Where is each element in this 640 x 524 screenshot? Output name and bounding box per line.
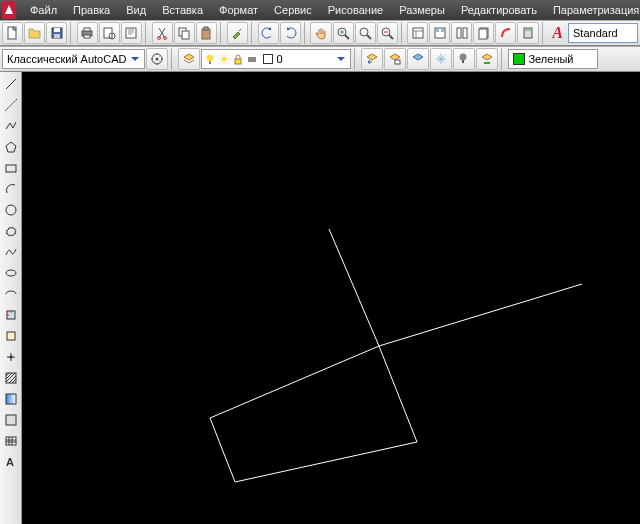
- menu-bar: Файл Правка Вид Вставка Формат Сервис Ри…: [0, 0, 640, 20]
- svg-rect-26: [479, 29, 487, 39]
- svg-rect-36: [249, 55, 255, 57]
- rectangle-tool[interactable]: [1, 158, 21, 178]
- point-tool[interactable]: [1, 347, 21, 367]
- paste-button[interactable]: [196, 22, 217, 44]
- zoom-window-button[interactable]: [355, 22, 376, 44]
- menu-modify[interactable]: Редактировать: [453, 2, 545, 18]
- pan-button[interactable]: [310, 22, 331, 44]
- undo-button[interactable]: [258, 22, 279, 44]
- menu-draw[interactable]: Рисование: [320, 2, 391, 18]
- menu-insert[interactable]: Вставка: [154, 2, 211, 18]
- spline-tool[interactable]: [1, 242, 21, 262]
- design-center-button[interactable]: [429, 22, 450, 44]
- layer-off-button[interactable]: [453, 48, 475, 70]
- svg-rect-49: [6, 437, 16, 445]
- quickcalc-button[interactable]: [517, 22, 538, 44]
- layer-dropdown[interactable]: 0: [201, 49, 351, 69]
- color-label: Зеленый: [528, 53, 573, 65]
- revision-cloud-tool[interactable]: [1, 221, 21, 241]
- polyline-tool[interactable]: [1, 116, 21, 136]
- layer-isolate-button[interactable]: [407, 48, 429, 70]
- sheet-set-button[interactable]: [473, 22, 494, 44]
- gradient-tool[interactable]: [1, 389, 21, 409]
- drawing-canvas[interactable]: [22, 72, 640, 524]
- svg-rect-44: [7, 332, 15, 340]
- layer-state-button[interactable]: [384, 48, 406, 70]
- svg-point-41: [6, 205, 16, 215]
- svg-rect-24: [463, 28, 467, 38]
- svg-rect-5: [84, 28, 90, 31]
- ellipse-tool[interactable]: [1, 263, 21, 283]
- save-button[interactable]: [46, 22, 67, 44]
- arc-tool[interactable]: [1, 179, 21, 199]
- layer-match-button[interactable]: [476, 48, 498, 70]
- copy-button[interactable]: [174, 22, 195, 44]
- draw-toolbar: A: [0, 72, 22, 524]
- make-block-tool[interactable]: [1, 326, 21, 346]
- color-dropdown[interactable]: Зеленый: [508, 49, 598, 69]
- table-tool[interactable]: [1, 431, 21, 451]
- tool-palettes-button[interactable]: [451, 22, 472, 44]
- drawing-content: [22, 72, 640, 524]
- svg-rect-37: [395, 60, 400, 64]
- workspace-settings-button[interactable]: [146, 48, 168, 70]
- svg-point-42: [6, 270, 16, 276]
- menu-format[interactable]: Формат: [211, 2, 266, 18]
- svg-point-38: [460, 54, 467, 61]
- menu-tools[interactable]: Сервис: [266, 2, 320, 18]
- print-preview-button[interactable]: [99, 22, 120, 44]
- mtext-tool[interactable]: A: [1, 452, 21, 472]
- layer-freeze-button[interactable]: [430, 48, 452, 70]
- sun-icon: [218, 53, 230, 65]
- open-button[interactable]: [24, 22, 45, 44]
- standard-toolbar: A: [0, 20, 640, 46]
- circle-tool[interactable]: [1, 200, 21, 220]
- insert-block-tool[interactable]: [1, 305, 21, 325]
- svg-point-30: [156, 58, 159, 61]
- svg-rect-48: [6, 415, 16, 425]
- new-button[interactable]: [2, 22, 23, 44]
- layer-previous-button[interactable]: [361, 48, 383, 70]
- app-logo[interactable]: [2, 1, 16, 19]
- menu-edit[interactable]: Правка: [65, 2, 118, 18]
- cut-button[interactable]: [152, 22, 173, 44]
- hatch-tool[interactable]: [1, 368, 21, 388]
- print-button[interactable]: [77, 22, 98, 44]
- lock-icon: [232, 53, 244, 65]
- properties-toolbar: Классический AutoCAD 0 Зеленый: [0, 46, 640, 72]
- construction-line-tool[interactable]: [1, 95, 21, 115]
- svg-line-55: [210, 418, 235, 482]
- properties-button[interactable]: [407, 22, 428, 44]
- svg-rect-19: [413, 28, 423, 38]
- region-tool[interactable]: [1, 410, 21, 430]
- color-swatch: [513, 53, 525, 65]
- svg-line-54: [235, 442, 417, 482]
- line-tool[interactable]: [1, 74, 21, 94]
- menu-file[interactable]: Файл: [22, 2, 65, 18]
- svg-line-52: [379, 284, 582, 346]
- redo-button[interactable]: [280, 22, 301, 44]
- svg-line-56: [210, 346, 379, 418]
- markup-button[interactable]: [495, 22, 516, 44]
- svg-rect-35: [248, 57, 256, 62]
- svg-text:A: A: [6, 456, 14, 468]
- text-style-input[interactable]: [568, 23, 638, 43]
- zoom-previous-button[interactable]: [377, 22, 398, 44]
- svg-rect-21: [436, 29, 439, 32]
- layer-manager-button[interactable]: [178, 48, 200, 70]
- svg-rect-23: [457, 28, 461, 38]
- svg-rect-6: [84, 35, 90, 38]
- svg-line-53: [379, 346, 417, 442]
- menu-dimension[interactable]: Размеры: [391, 2, 453, 18]
- zoom-realtime-button[interactable]: [333, 22, 354, 44]
- menu-view[interactable]: Вид: [118, 2, 154, 18]
- polygon-tool[interactable]: [1, 137, 21, 157]
- ellipse-arc-tool[interactable]: [1, 284, 21, 304]
- match-properties-button[interactable]: [227, 22, 248, 44]
- svg-line-51: [329, 229, 379, 346]
- workspace-dropdown[interactable]: Классический AutoCAD: [2, 49, 145, 69]
- publish-button[interactable]: [121, 22, 142, 44]
- svg-rect-40: [6, 165, 16, 172]
- menu-parametric[interactable]: Параметризация: [545, 2, 640, 18]
- svg-rect-15: [204, 27, 208, 30]
